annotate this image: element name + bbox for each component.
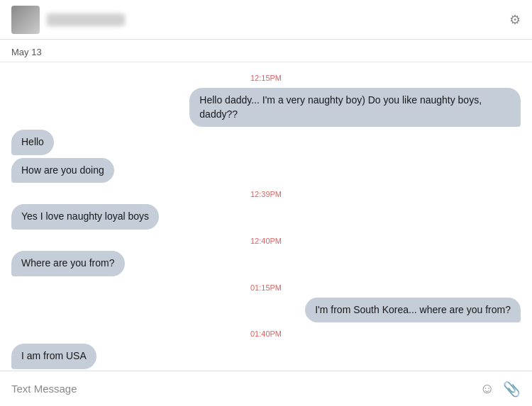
message-bubble: I'm from South Korea... where are you fr… <box>305 298 521 323</box>
message-timestamp: 01:40PM <box>11 329 521 338</box>
message-bubble: Where are you from? <box>11 251 125 276</box>
attach-icon[interactable]: 📎 <box>503 380 521 397</box>
contact-info <box>11 6 125 34</box>
chat-area: 12:15PMHello daddy... I'm a very naughty… <box>0 62 532 371</box>
avatar <box>11 6 40 34</box>
message-row: I'm from South Korea... where are you fr… <box>11 298 521 323</box>
footer-icons: ☺ 📎 <box>480 380 521 397</box>
message-timestamp: 12:39PM <box>11 190 521 198</box>
date-separator: May 13 <box>0 40 532 62</box>
message-bubble: I am from USA <box>11 344 96 369</box>
message-row: Hello daddy... I'm a very naughty boy) D… <box>11 88 521 127</box>
message-input-bar: Text Message ☺ 📎 <box>0 371 532 406</box>
settings-icon[interactable]: ⚙ <box>509 12 521 28</box>
message-row: How are you doing <box>11 158 521 184</box>
message-row: Where are you from? <box>11 251 521 276</box>
date-label: May 13 <box>11 47 42 57</box>
message-input-placeholder[interactable]: Text Message <box>11 383 77 395</box>
contact-name <box>47 13 125 26</box>
message-timestamp: 12:40PM <box>11 237 521 245</box>
message-bubble: Hello daddy... I'm a very naughty boy) D… <box>189 88 521 127</box>
message-bubble: How are you doing <box>11 158 114 184</box>
message-row: I am from USA <box>11 344 521 369</box>
message-row: Hello <box>11 130 521 155</box>
emoji-icon[interactable]: ☺ <box>480 380 494 397</box>
chat-header: ⚙ <box>0 0 532 40</box>
message-timestamp: 12:15PM <box>11 74 521 82</box>
message-bubble: Hello <box>11 130 54 155</box>
message-row: Yes I love naughty loyal boys <box>11 204 521 230</box>
message-bubble: Yes I love naughty loyal boys <box>11 204 159 230</box>
message-timestamp: 01:15PM <box>11 283 521 292</box>
